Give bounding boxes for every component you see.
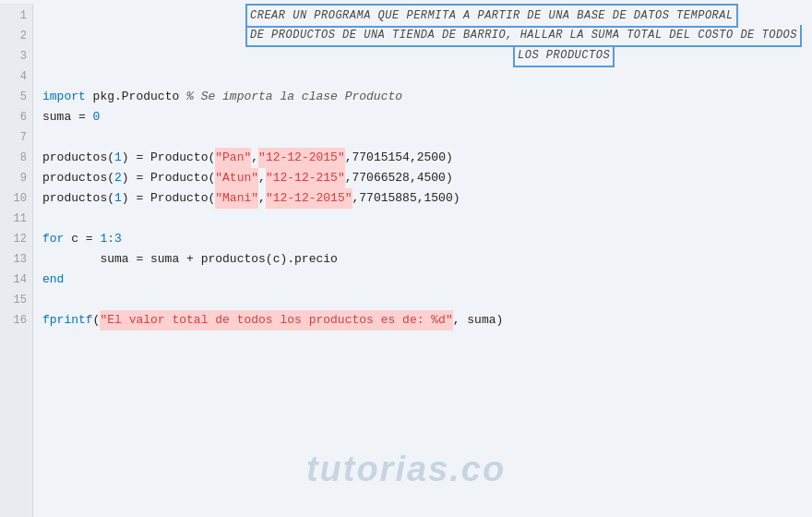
code-line-10: productos(1) = Producto("Mani","12-12-20… bbox=[42, 188, 812, 209]
line-num-13: 13 bbox=[14, 249, 27, 270]
code-line-14: end bbox=[42, 270, 812, 290]
code-line-1: CREAR UN PROGRAMA QUE PERMITA A PARTIR D… bbox=[42, 6, 812, 26]
line-num-3: 3 bbox=[20, 46, 27, 66]
code-line-2: DE PRODUCTOS DE UNA TIENDA DE BARRIO, HA… bbox=[42, 26, 812, 46]
line-num-12: 12 bbox=[14, 229, 27, 249]
code-line-7 bbox=[42, 127, 812, 148]
line-num-8: 8 bbox=[20, 148, 27, 168]
code-area: 1 2 3 4 5 6 7 8 9 10 11 12 13 14 15 16 C… bbox=[0, 0, 812, 517]
line-numbers: 1 2 3 4 5 6 7 8 9 10 11 12 13 14 15 16 bbox=[0, 4, 33, 517]
code-line-5: import pkg.Producto % Se importa la clas… bbox=[42, 87, 812, 107]
line-num-6: 6 bbox=[20, 107, 27, 127]
keyword-end: end bbox=[42, 270, 64, 290]
code-line-15 bbox=[42, 290, 812, 310]
code-line-13: suma = suma + productos(c).precio bbox=[42, 249, 812, 270]
code-line-11 bbox=[42, 209, 812, 229]
code-line-16: fprintf("El valor total de todos los pro… bbox=[42, 310, 812, 331]
code-line-4 bbox=[42, 66, 812, 87]
keyword-for: for bbox=[42, 229, 64, 249]
keyword-fprintf: fprintf bbox=[42, 310, 93, 331]
line-num-11: 11 bbox=[14, 209, 27, 229]
code-content: CREAR UN PROGRAMA QUE PERMITA A PARTIR D… bbox=[33, 4, 812, 517]
code-line-12: for c = 1:3 bbox=[42, 229, 812, 249]
line-num-9: 9 bbox=[20, 168, 27, 188]
code-line-6: suma = 0 bbox=[42, 107, 812, 127]
line-num-2: 2 bbox=[20, 26, 27, 46]
code-line-9: productos(2) = Producto("Atun","12-12-21… bbox=[42, 168, 812, 188]
keyword-import: import bbox=[42, 87, 86, 107]
line-num-1: 1 bbox=[20, 6, 27, 26]
line-num-16: 16 bbox=[14, 310, 27, 331]
line-num-15: 15 bbox=[14, 290, 27, 310]
code-line-3: LOS PRODUCTOS bbox=[42, 46, 812, 66]
code-line-8: productos(1) = Producto("Pan","12-12-201… bbox=[42, 148, 812, 168]
comment-box-line2: DE PRODUCTOS DE UNA TIENDA DE BARRIO, HA… bbox=[245, 25, 802, 47]
line-num-7: 7 bbox=[20, 127, 27, 148]
line-num-10: 10 bbox=[14, 188, 27, 209]
line-num-4: 4 bbox=[20, 66, 27, 87]
line-num-5: 5 bbox=[20, 87, 27, 107]
line-num-14: 14 bbox=[14, 270, 27, 290]
code-editor: 1 2 3 4 5 6 7 8 9 10 11 12 13 14 15 16 C… bbox=[0, 0, 812, 517]
comment-box-line3: LOS PRODUCTOS bbox=[513, 45, 615, 67]
comment-box-line1: CREAR UN PROGRAMA QUE PERMITA A PARTIR D… bbox=[245, 4, 738, 28]
comment-import: % Se importa la clase Producto bbox=[186, 87, 402, 107]
